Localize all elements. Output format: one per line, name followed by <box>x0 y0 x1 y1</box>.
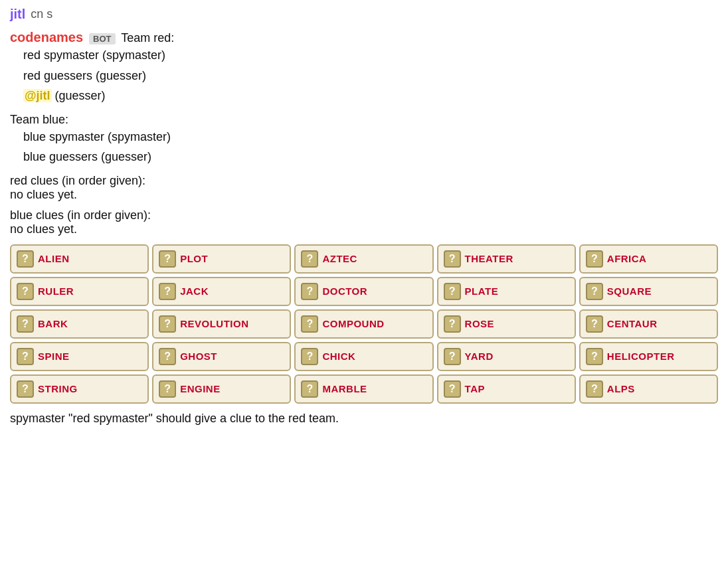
red-team-list: red spymaster (spymaster) red guessers (… <box>10 45 718 106</box>
question-icon: ? <box>17 348 34 365</box>
card-label: TAP <box>465 383 485 394</box>
question-icon: ? <box>301 283 318 300</box>
question-icon: ? <box>159 250 176 268</box>
message-block: codenames BOT Team red: red spymaster (s… <box>10 30 718 106</box>
red-clues-value: no clues yet. <box>10 188 718 202</box>
question-icon: ? <box>586 283 603 300</box>
question-icon: ? <box>444 250 461 268</box>
question-icon: ? <box>586 348 603 365</box>
card-label: ALIEN <box>38 253 70 264</box>
card-alien[interactable]: ?ALIEN <box>10 244 149 274</box>
card-doctor[interactable]: ?DOCTOR <box>294 277 433 306</box>
card-label: RULER <box>38 286 74 297</box>
question-icon: ? <box>159 315 176 333</box>
team-red-header: Team red: <box>121 31 174 44</box>
card-label: CHICK <box>322 351 355 362</box>
card-label: CENTAUR <box>607 318 658 329</box>
question-icon: ? <box>17 380 34 398</box>
card-engine[interactable]: ?ENGINE <box>152 374 291 404</box>
question-icon: ? <box>17 250 34 268</box>
card-revolution[interactable]: ?REVOLUTION <box>152 309 291 339</box>
card-label: ENGINE <box>180 383 221 394</box>
card-tap[interactable]: ?TAP <box>437 374 576 404</box>
red-guessers: red guessers (guesser) <box>23 66 718 86</box>
card-label: MARBLE <box>322 383 367 394</box>
mention-role: (guesser) <box>55 89 106 102</box>
red-spymaster: red spymaster (spymaster) <box>23 45 718 66</box>
card-africa[interactable]: ?AFRICA <box>579 244 718 274</box>
blue-spymaster: blue spymaster (spymaster) <box>23 127 718 147</box>
card-label: COMPOUND <box>322 318 384 329</box>
cards-grid: ?ALIEN?PLOT?AZTEC?THEATER?AFRICA?RULER?J… <box>10 244 718 404</box>
question-icon: ? <box>301 380 318 398</box>
card-label: GHOST <box>180 351 217 362</box>
blue-guessers: blue guessers (guesser) <box>23 147 718 167</box>
question-icon: ? <box>301 315 318 333</box>
card-rose[interactable]: ?ROSE <box>437 309 576 339</box>
card-helicopter[interactable]: ?HELICOPTER <box>579 342 718 371</box>
card-label: DOCTOR <box>322 286 367 297</box>
question-icon: ? <box>444 348 461 365</box>
card-ruler[interactable]: ?RULER <box>10 277 149 306</box>
card-label: THEATER <box>465 253 513 264</box>
card-string[interactable]: ?STRING <box>10 374 149 404</box>
mention: @jitl <box>23 89 52 102</box>
card-label: YARD <box>465 351 494 362</box>
question-icon: ? <box>159 348 176 365</box>
question-icon: ? <box>444 283 461 300</box>
card-bark[interactable]: ?BARK <box>10 309 149 339</box>
card-theater[interactable]: ?THEATER <box>437 244 576 274</box>
question-icon: ? <box>586 250 603 268</box>
blue-clues-section: blue clues (in order given): no clues ye… <box>10 208 718 236</box>
card-label: SQUARE <box>607 286 652 297</box>
question-icon: ? <box>586 315 603 333</box>
red-clues-header: red clues (in order given): <box>10 174 718 188</box>
card-label: AZTEC <box>322 253 357 264</box>
card-marble[interactable]: ?MARBLE <box>294 374 433 404</box>
question-icon: ? <box>17 283 34 300</box>
card-jack[interactable]: ?JACK <box>152 277 291 306</box>
card-plate[interactable]: ?PLATE <box>437 277 576 306</box>
card-alps[interactable]: ?ALPS <box>579 374 718 404</box>
card-ghost[interactable]: ?GHOST <box>152 342 291 371</box>
header: jitl cn s <box>10 7 718 22</box>
bot-badge: BOT <box>89 33 115 44</box>
card-spine[interactable]: ?SPINE <box>10 342 149 371</box>
card-label: PLATE <box>465 286 499 297</box>
card-label: BARK <box>38 318 68 329</box>
card-plot[interactable]: ?PLOT <box>152 244 291 274</box>
red-clues-section: red clues (in order given): no clues yet… <box>10 174 718 202</box>
bot-name: codenames <box>10 30 83 44</box>
blue-team-list: blue spymaster (spymaster) blue guessers… <box>10 127 718 167</box>
card-label: ALPS <box>607 383 635 394</box>
card-centaur[interactable]: ?CENTAUR <box>579 309 718 339</box>
blue-section: Team blue: blue spymaster (spymaster) bl… <box>10 113 718 167</box>
card-compound[interactable]: ?COMPOUND <box>294 309 433 339</box>
question-icon: ? <box>17 315 34 333</box>
message-intro-line: codenames BOT Team red: <box>10 30 718 45</box>
question-icon: ? <box>301 250 318 268</box>
card-yard[interactable]: ?YARD <box>437 342 576 371</box>
blue-team-header: Team blue: <box>10 113 718 127</box>
card-label: REVOLUTION <box>180 318 248 329</box>
nav-links: cn s <box>31 7 52 21</box>
question-icon: ? <box>301 348 318 365</box>
question-icon: ? <box>159 283 176 300</box>
card-label: AFRICA <box>607 253 647 264</box>
blue-clues-value: no clues yet. <box>10 222 718 236</box>
question-icon: ? <box>444 380 461 398</box>
card-chick[interactable]: ?CHICK <box>294 342 433 371</box>
card-label: ROSE <box>465 318 495 329</box>
blue-clues-header: blue clues (in order given): <box>10 208 718 222</box>
mention-line: @jitl (guesser) <box>23 86 718 106</box>
question-icon: ? <box>159 380 176 398</box>
card-aztec[interactable]: ?AZTEC <box>294 244 433 274</box>
card-label: HELICOPTER <box>607 351 675 362</box>
card-label: PLOT <box>180 253 208 264</box>
app-name: jitl <box>10 7 25 22</box>
card-label: JACK <box>180 286 209 297</box>
card-square[interactable]: ?SQUARE <box>579 277 718 306</box>
question-icon: ? <box>586 380 603 398</box>
question-icon: ? <box>444 315 461 333</box>
card-label: STRING <box>38 383 78 394</box>
